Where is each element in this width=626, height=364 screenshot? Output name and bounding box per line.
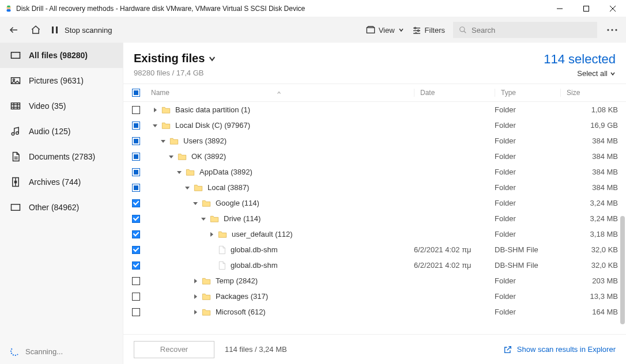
row-checkbox[interactable] [132, 308, 140, 316]
expander-icon[interactable] [159, 137, 167, 145]
row-checkbox[interactable] [132, 153, 140, 161]
row-type: Folder [495, 276, 560, 285]
minimize-button[interactable] [546, 0, 573, 17]
stop-scanning-button[interactable]: Stop scanning [51, 26, 112, 35]
table-row[interactable]: OK (3892)Folder384 MB [123, 149, 626, 164]
sidebar-item-2[interactable]: Video (35) [0, 93, 123, 119]
more-button[interactable] [605, 23, 619, 37]
table-row[interactable]: Local (3887)Folder384 MB [123, 180, 626, 195]
table-row[interactable]: Google (114)Folder3,24 MB [123, 195, 626, 211]
main-title: Existing files [134, 52, 205, 65]
table-header: Name Date Type Size [123, 84, 626, 102]
close-button[interactable] [599, 0, 626, 17]
sidebar-item-1[interactable]: Pictures (9631) [0, 68, 123, 93]
expander-icon[interactable] [175, 168, 183, 176]
search-icon [459, 26, 467, 34]
svg-line-18 [464, 31, 466, 33]
table-row[interactable]: Packages (317)Folder13,3 MB [123, 289, 626, 304]
row-checkbox[interactable] [132, 261, 140, 270]
row-size: 384 MB [560, 152, 618, 161]
svg-rect-23 [12, 52, 20, 59]
table-row[interactable]: global.db-shm6/2/2021 4:02 πμDB-SHM File… [123, 257, 626, 273]
scrollbar-thumb[interactable] [620, 216, 625, 324]
row-type: DB-SHM File [495, 261, 560, 270]
row-checkbox[interactable] [132, 122, 140, 130]
column-size[interactable]: Size [560, 89, 618, 97]
row-type: Folder [495, 168, 560, 176]
row-checkbox[interactable] [132, 106, 140, 114]
expander-icon[interactable] [208, 230, 216, 238]
row-checkbox[interactable] [132, 293, 140, 301]
row-checkbox[interactable] [132, 277, 140, 285]
footer: Recover 114 files / 3,24 MB Show scan re… [123, 334, 626, 364]
row-checkbox[interactable] [132, 215, 140, 223]
column-type[interactable]: Type [495, 89, 560, 97]
folder-icon [178, 153, 187, 161]
main-title-dropdown[interactable]: Existing files [134, 52, 216, 65]
column-name[interactable]: Name [149, 89, 414, 97]
row-checkbox[interactable] [132, 137, 140, 145]
expander-icon[interactable] [199, 215, 208, 223]
home-button[interactable] [29, 23, 43, 37]
table-row[interactable]: Microsoft (612)Folder164 MB [123, 304, 626, 320]
table-row[interactable]: user_default (112)Folder3,18 MB [123, 226, 626, 242]
table-row[interactable]: Temp (2842)Folder203 MB [123, 273, 626, 289]
expander-icon[interactable] [208, 246, 216, 254]
svg-marker-46 [201, 218, 206, 221]
filters-button[interactable]: Filters [412, 26, 445, 35]
table-row[interactable]: Users (3892)Folder384 MB [123, 133, 626, 149]
sidebar-item-6[interactable]: Other (84962) [0, 195, 123, 220]
stop-scanning-label: Stop scanning [65, 26, 112, 35]
sidebar-icon [10, 101, 21, 111]
folder-icon [161, 122, 171, 130]
table-row[interactable]: Drive (114)Folder3,24 MB [123, 211, 626, 226]
table-row[interactable]: Local Disk (C) (97967)Folder16,9 GB [123, 117, 626, 133]
expander-icon[interactable] [191, 199, 199, 207]
expander-icon[interactable] [151, 122, 159, 130]
view-dropdown[interactable]: View [366, 26, 404, 35]
maximize-button[interactable] [573, 0, 599, 17]
row-type: Folder [495, 136, 560, 145]
expander-icon[interactable] [167, 153, 175, 161]
svg-rect-38 [12, 204, 20, 211]
row-checkbox[interactable] [132, 184, 140, 192]
sidebar-item-label: All files (98280) [29, 51, 88, 60]
recover-button[interactable]: Recover [134, 341, 214, 358]
row-size: 3,18 MB [560, 230, 618, 238]
expander-icon[interactable] [191, 308, 199, 316]
row-checkbox[interactable] [132, 230, 140, 238]
svg-point-25 [13, 79, 15, 81]
row-date: 6/2/2021 4:02 πμ [414, 261, 495, 270]
row-checkbox[interactable] [132, 246, 140, 254]
expander-icon[interactable] [151, 106, 159, 114]
row-checkbox[interactable] [132, 168, 140, 176]
header-checkbox[interactable] [132, 89, 140, 97]
column-date[interactable]: Date [414, 89, 495, 97]
expander-icon[interactable] [208, 261, 216, 270]
table-row[interactable]: global.db-shm6/2/2021 4:02 πμDB-SHM File… [123, 242, 626, 257]
expander-icon[interactable] [191, 277, 199, 285]
folder-icon [169, 137, 179, 145]
search-box[interactable] [453, 22, 597, 38]
search-input[interactable] [472, 26, 591, 35]
sidebar-item-0[interactable]: All files (98280) [0, 43, 123, 68]
select-all-dropdown[interactable]: Select all [544, 69, 616, 78]
explorer-link[interactable]: Show scan results in Explorer [503, 345, 616, 354]
svg-point-31 [12, 132, 14, 135]
sidebar-item-4[interactable]: Documents (2783) [0, 144, 123, 169]
back-button[interactable] [7, 23, 21, 37]
svg-marker-39 [154, 108, 157, 112]
table-row[interactable]: AppData (3892)Folder384 MB [123, 164, 626, 180]
sidebar-item-3[interactable]: Audio (125) [0, 119, 123, 144]
svg-rect-9 [56, 26, 58, 33]
filters-label: Filters [425, 26, 445, 35]
folder-icon [194, 184, 203, 192]
expander-icon[interactable] [191, 293, 199, 301]
row-checkbox[interactable] [132, 199, 140, 207]
svg-rect-2 [7, 9, 11, 11]
sidebar-item-5[interactable]: Archives (744) [0, 169, 123, 195]
expander-icon[interactable] [183, 184, 191, 192]
row-type: Folder [495, 292, 560, 301]
svg-point-20 [611, 29, 613, 31]
table-row[interactable]: Basic data partition (1)Folder1,08 KB [123, 102, 626, 117]
